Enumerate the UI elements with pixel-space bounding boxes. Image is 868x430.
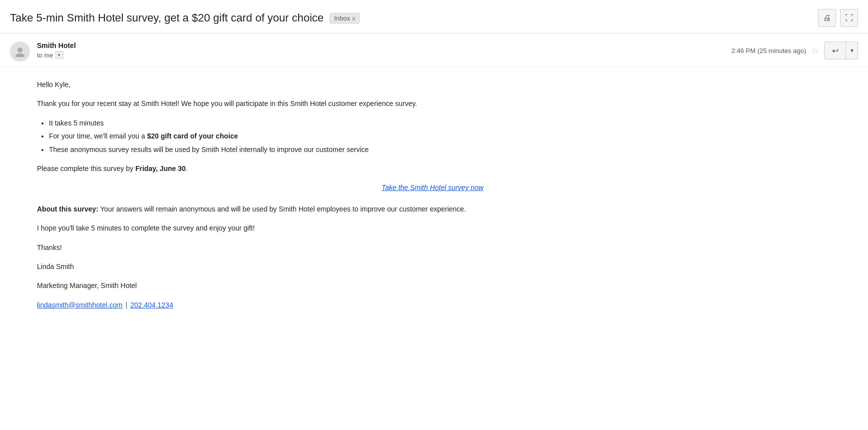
email-subject-bar: Take 5-min Smith Hotel survey, get a $20… [0,0,868,34]
sig-separator: | [125,300,127,310]
star-icon[interactable]: ☆ [811,45,819,56]
inbox-badge-close[interactable]: x [352,14,356,22]
inbox-badge-label: Inbox [334,14,350,22]
more-icon: ▾ [851,47,854,54]
email-thanks: Thanks! [37,242,828,253]
email-body: Hello Kyle, Thank you for your recent st… [0,67,868,322]
sig-name: Linda Smith [37,261,828,272]
survey-link[interactable]: Take the Smith Hotel survey now [37,182,828,193]
sig-phone-link[interactable]: 202.404.1234 [130,300,173,310]
email-greeting: Hello Kyle, [37,79,828,90]
print-icon: 🖨 [823,14,831,22]
bullet-1: It takes 5 minutes [49,118,828,128]
reply-icon: ↩ [832,46,839,56]
inbox-badge[interactable]: Inbox x [330,13,360,24]
email-meta-right: 2:46 PM (25 minutes ago) ☆ ↩ ▾ [731,42,858,60]
svg-point-0 [17,48,22,52]
avatar [10,42,30,62]
sig-links: lindasmith@smithhotel.com | 202.404.1234 [37,300,828,310]
sender-to-label: to me [37,52,53,59]
reply-button[interactable]: ↩ [824,42,846,60]
bullet-2: For your time, we'll email you a $20 gif… [49,130,828,142]
about-label: About this survey: [37,205,98,213]
sender-info: Smith Hotel to me ▾ [37,42,76,59]
expand-icon: ⛶ [845,14,853,22]
email-signature: Linda Smith Marketing Manager, Smith Hot… [37,261,828,310]
svg-point-1 [15,54,24,57]
more-actions-button[interactable]: ▾ [846,42,858,60]
email-closing: I hope you'll take 5 minutes to complete… [37,222,828,234]
email-timestamp: 2:46 PM (25 minutes ago) [731,47,806,54]
sig-title: Marketing Manager, Smith Hotel [37,280,828,291]
email-subject-title: Take 5-min Smith Hotel survey, get a $20… [10,12,324,24]
bullet-2-bold: $20 gift card of your choice [147,132,238,140]
about-survey: About this survey: Your answers will rem… [37,204,828,214]
expand-button[interactable]: ⛶ [840,9,858,27]
print-button[interactable]: 🖨 [818,9,836,27]
email-deadline: Please complete this survey by Friday, J… [37,163,828,174]
about-text: Your answers will remain anonymous and w… [98,205,466,213]
bullet-3: These anonymous survey results will be u… [49,144,828,155]
sig-email-link[interactable]: lindasmith@smithhotel.com [37,300,122,310]
email-bullets: It takes 5 minutes For your time, we'll … [49,118,828,155]
email-para1: Thank you for your recent stay at Smith … [37,98,828,109]
deadline-bold: Friday, June 30 [135,164,186,172]
subject-actions: 🖨 ⛶ [818,9,858,27]
sender-dropdown-button[interactable]: ▾ [55,51,63,59]
email-meta-row: Smith Hotel to me ▾ 2:46 PM (25 minutes … [0,34,868,67]
sender-name: Smith Hotel [37,42,76,50]
